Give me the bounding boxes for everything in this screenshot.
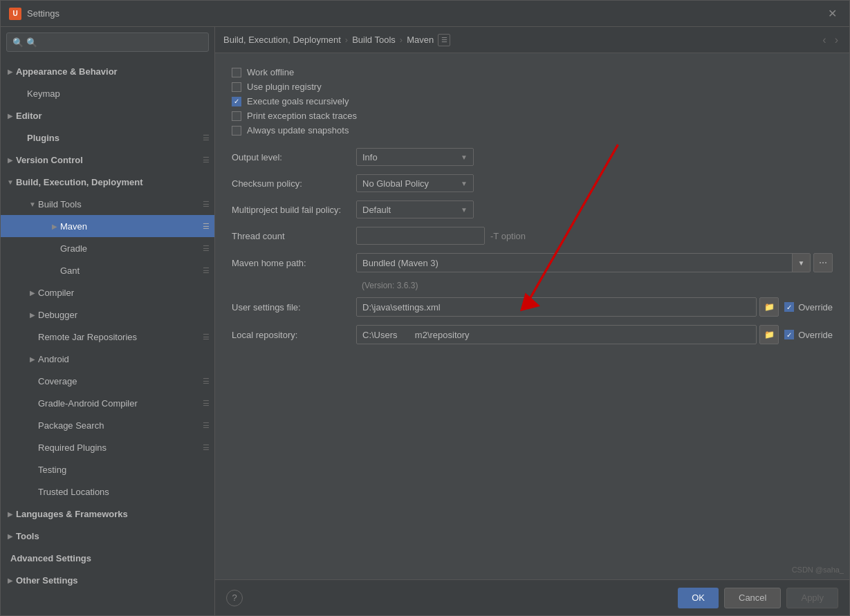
maven-home-row: Maven home path: Bundled (Maven 3) ▼ ⋯ [232,253,833,272]
maven-home-value: Bundled (Maven 3) [357,258,792,268]
back-button[interactable]: ‹ [820,34,829,46]
checksum-policy-dropdown[interactable]: No Global Policy ▼ [356,174,474,192]
expand-arrow-appearance: ▶ [5,68,16,75]
checkbox-plugin-registry[interactable] [232,82,241,92]
user-settings-label: User settings file: [232,302,356,312]
sidebar-label-testing: Testing [38,465,214,475]
sidebar-item-tools[interactable]: ▶ Tools [1,525,214,547]
sidebar-label-package-search: Package Search [38,420,201,431]
maven-home-dropdown-btn[interactable]: ▼ [792,254,810,272]
local-repo-browse-btn[interactable]: 📁 [759,325,779,344]
expand-arrow-languages: ▶ [5,510,16,518]
sidebar-item-advanced-settings[interactable]: Advanced Settings [1,547,214,569]
local-repo-override-label: Override [798,330,833,340]
sidebar-item-gant[interactable]: Gant ☰ [1,259,214,281]
sidebar-item-languages[interactable]: ▶ Languages & Frameworks [1,503,214,525]
breadcrumb-part2[interactable]: Build Tools [352,35,396,45]
sidebar-item-editor[interactable]: ▶ Editor [1,104,214,127]
sidebar-item-plugins[interactable]: Plugins ☰ [1,127,214,149]
user-settings-override-checkbox[interactable] [784,302,794,312]
sidebar-item-version-control[interactable]: ▶ Version Control ☰ [1,149,214,171]
search-input[interactable] [26,37,203,48]
output-level-value: Info [362,152,455,162]
multiproject-policy-dropdown[interactable]: Default ▼ [356,200,474,218]
breadcrumb: Build, Execution, Deployment › Build Too… [223,34,820,46]
sidebar-label-other-settings: Other Settings [16,575,214,586]
maven-home-browse-btn[interactable]: ⋯ [813,253,833,272]
sidebar-label-compiler: Compiler [38,288,214,298]
t-option-label: -T option [490,231,526,241]
multiproject-policy-row: Multiproject build fail policy: Default … [232,200,833,218]
breadcrumb-sep1: › [345,35,348,45]
expand-arrow-android: ▶ [27,355,38,363]
user-settings-browse-btn[interactable]: 📁 [759,297,779,317]
breadcrumb-menu-button[interactable]: ☰ [438,34,450,46]
sidebar-item-gradle-android[interactable]: Gradle-Android Compiler ☰ [1,392,214,414]
local-repo-input[interactable] [357,330,756,340]
label-print-exception: Print exception stack traces [247,111,357,121]
breadcrumb-navigation: ‹ › [820,34,841,46]
sidebar-item-maven[interactable]: ▶ Maven ☰ [1,215,214,237]
multiproject-policy-label: Multiproject build fail policy: [232,205,356,215]
expand-arrow-build-tools: ▼ [27,200,38,208]
checksum-policy-arrow: ▼ [461,180,468,187]
apply-button[interactable]: Apply [786,588,838,608]
sidebar-label-gradle: Gradle [60,243,201,254]
checkbox-print-exception[interactable] [232,111,241,121]
sidebar-item-keymap[interactable]: Keymap [1,82,214,104]
forward-button[interactable]: › [832,34,841,46]
ok-button[interactable]: OK [678,588,719,608]
local-repo-override-checkbox[interactable] [784,330,794,339]
user-settings-override: Override [784,302,833,312]
settings-form: Work offline Use plugin registry Execute… [215,53,849,579]
sidebar-item-android[interactable]: ▶ Android [1,348,214,370]
required-plugins-icon: ☰ [201,443,212,452]
sidebar-label-maven: Maven [60,221,201,232]
breadcrumb-part1[interactable]: Build, Execution, Deployment [223,35,341,45]
sidebar-label-tools: Tools [16,531,214,541]
local-repo-label: Local repository: [232,330,356,340]
local-repo-row: Local repository: 📁 Override [232,325,833,344]
sidebar-item-compiler[interactable]: ▶ Compiler [1,281,214,304]
help-button[interactable]: ? [226,590,243,606]
sidebar-item-appearance[interactable]: ▶ Appearance & Behavior [1,60,214,82]
sidebar-item-gradle[interactable]: Gradle ☰ [1,237,214,259]
sidebar-item-build-exec[interactable]: ▼ Build, Execution, Deployment [1,171,214,193]
checkbox-execute-goals[interactable] [232,97,241,106]
thread-count-input[interactable] [356,227,485,245]
sidebar-item-build-tools[interactable]: ▼ Build Tools ☰ [1,193,214,215]
gant-icon: ☰ [201,266,212,275]
sidebar-item-coverage[interactable]: Coverage ☰ [1,370,214,392]
label-plugin-registry: Use plugin registry [247,82,322,92]
sidebar-item-remote-jar[interactable]: Remote Jar Repositories ☰ [1,326,214,348]
breadcrumb-part3[interactable]: Maven [407,35,434,45]
search-box[interactable]: 🔍 [6,32,209,52]
output-level-dropdown[interactable]: Info ▼ [356,148,474,166]
sidebar-item-trusted-locations[interactable]: Trusted Locations [1,480,214,503]
sidebar-item-package-search[interactable]: Package Search ☰ [1,414,214,436]
label-work-offline: Work offline [247,67,294,77]
user-settings-input[interactable] [357,302,756,312]
sidebar-item-debugger[interactable]: ▶ Debugger [1,304,214,326]
svg-line-0 [529,144,618,300]
sidebar-label-advanced-settings: Advanced Settings [10,553,214,563]
output-level-label: Output level: [232,152,356,162]
settings-window: U Settings ✕ 🔍 ▶ Appearance & Behavior [0,0,850,616]
cancel-button[interactable]: Cancel [724,588,781,608]
window-title: Settings [27,8,824,19]
checkbox-work-offline[interactable] [232,68,241,77]
sidebar-item-required-plugins[interactable]: Required Plugins ☰ [1,436,214,458]
checkbox-always-update-wrapper: Always update snapshots [232,125,349,136]
content-panel: Build, Execution, Deployment › Build Too… [215,27,849,615]
close-button[interactable]: ✕ [824,6,841,21]
label-always-update: Always update snapshots [247,125,349,136]
sidebar-item-other-settings[interactable]: ▶ Other Settings [1,569,214,591]
user-settings-row: User settings file: 📁 Override [232,297,833,317]
expand-arrow-editor: ▶ [5,112,16,120]
expand-arrow-tools: ▶ [5,532,16,540]
bottom-left: ? [226,590,672,606]
sidebar-item-testing[interactable]: Testing [1,458,214,480]
sidebar-label-remote-jar: Remote Jar Repositories [38,332,201,342]
expand-arrow-debugger: ▶ [27,311,38,319]
checkbox-always-update[interactable] [232,126,241,136]
